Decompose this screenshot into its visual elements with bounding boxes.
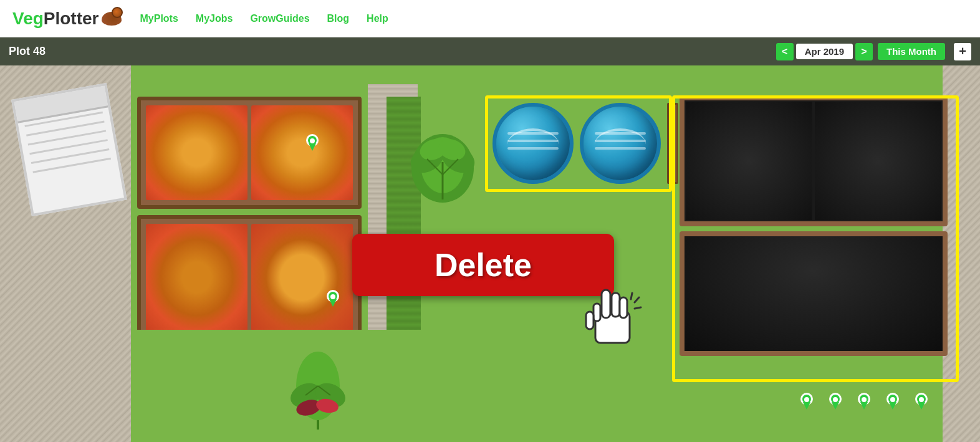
bed-cell-2 (251, 105, 353, 200)
pin-inner-1 (310, 138, 315, 143)
main-nav: MyPlots MyJobs GrowGuides Blog Help (140, 13, 388, 24)
garlic-pin-inner-4 (890, 397, 895, 402)
planter-top (680, 95, 948, 226)
garlic-pin-circle-2 (829, 393, 842, 405)
garlic-group (798, 393, 930, 414)
shed-body (24, 112, 117, 206)
wave-2 (507, 140, 559, 142)
nav-blog[interactable]: Blog (327, 13, 350, 24)
garlic-pin-circle-1 (800, 393, 813, 405)
garlic-pin-5 (913, 393, 930, 414)
garlic-pin-inner-2 (833, 397, 838, 402)
garlic-pin-3 (855, 393, 873, 414)
pin-circle-1 (306, 134, 319, 147)
pin-circle-2 (327, 290, 339, 302)
snail-icon (102, 12, 122, 26)
nav-help[interactable]: Help (367, 13, 388, 24)
water-waves-1 (507, 132, 559, 150)
date-display: Apr 2019 (796, 44, 853, 59)
tall-planter-group[interactable] (680, 95, 948, 356)
wave-1 (507, 132, 559, 135)
gravel-right (943, 65, 980, 442)
garden-canvas: Delete (0, 65, 980, 442)
wave-5 (595, 140, 646, 142)
wave-3 (507, 147, 559, 150)
garlic-pin-inner-1 (804, 397, 809, 402)
plot-title: Plot 48 (9, 45, 776, 58)
planter-half-right (814, 100, 943, 221)
app-header: VegPlotter MyPlots MyJobs GrowGuides Blo… (0, 0, 980, 37)
garlic-pin-circle-5 (915, 393, 928, 405)
planter-half-left (685, 100, 814, 221)
raised-bed-top-left-inner (146, 105, 353, 200)
garlic-pin-circle-4 (886, 393, 899, 405)
barrel-divider (667, 103, 678, 184)
planter-bottom (680, 231, 948, 356)
bed-cell-1 (146, 105, 247, 200)
wave-6 (595, 147, 646, 150)
nav-myjobs[interactable]: MyJobs (196, 13, 233, 24)
water-barrel-group (492, 103, 678, 184)
logo[interactable]: VegPlotter (12, 9, 122, 29)
shed (11, 83, 127, 216)
water-barrel-2[interactable] (580, 103, 661, 184)
garlic-pin-inner-3 (862, 397, 867, 402)
wave-4 (595, 132, 646, 135)
garlic-pin-2 (827, 393, 844, 414)
raised-bed-bottom-left-inner (146, 224, 353, 331)
date-nav: < Apr 2019 > This Month + (776, 43, 971, 60)
logo-plotter: Plotter (44, 9, 99, 29)
water-waves-2 (595, 132, 646, 150)
add-button[interactable]: + (954, 43, 971, 60)
nav-growguides[interactable]: GrowGuides (250, 13, 309, 24)
bottom-plant (287, 348, 349, 430)
raised-bed-top-left[interactable] (137, 97, 362, 209)
bed-cell-3 (146, 224, 247, 331)
raised-bed-bottom-left[interactable] (137, 215, 362, 340)
bed-cell-4 (251, 224, 353, 331)
logo-veg: Veg (12, 9, 44, 29)
nav-myplots[interactable]: MyPlots (140, 13, 178, 24)
pin-inner-2 (330, 294, 335, 299)
planter-bottom-inner (685, 236, 943, 351)
garlic-pin-inner-5 (919, 397, 924, 402)
next-month-button[interactable]: > (855, 43, 873, 60)
big-plant (402, 125, 483, 206)
garlic-pin-4 (884, 393, 901, 414)
water-barrel-1[interactable] (492, 103, 574, 184)
plant-pin-1 (304, 134, 321, 155)
delete-button[interactable]: Delete (352, 234, 614, 296)
garlic-pin-1 (798, 393, 815, 414)
garlic-pin-circle-3 (858, 393, 870, 405)
plant-pin-2 (324, 290, 342, 311)
prev-month-button[interactable]: < (776, 43, 794, 60)
plot-toolbar: Plot 48 < Apr 2019 > This Month + (0, 37, 980, 65)
plot-area: Plot 48 < Apr 2019 > This Month + (0, 37, 980, 442)
this-month-button[interactable]: This Month (878, 43, 945, 60)
